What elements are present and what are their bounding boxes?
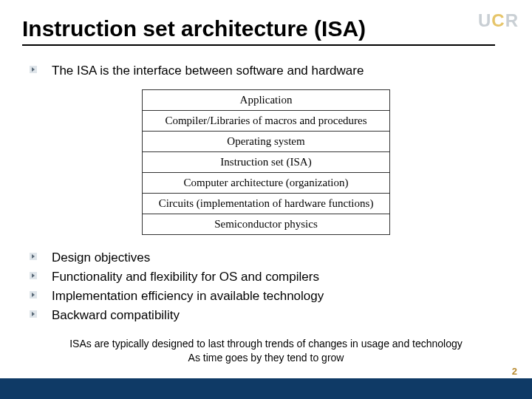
bullet-text: Backward compatibility [52, 307, 180, 324]
stack-layer: Computer architecture (organization) [142, 173, 390, 194]
intro-bullet-text: The ISA is the interface between softwar… [52, 63, 364, 79]
table-row: Circuits (implementation of hardware fun… [142, 194, 390, 214]
stack-layer: Operating system [142, 132, 390, 152]
layer-stack-table: Application Compiler/Libraries of macros… [142, 89, 391, 235]
footnote-line: ISAs are typically designed to last thro… [30, 337, 502, 351]
logo-letter-r: R [505, 10, 519, 30]
stack-layer: Circuits (implementation of hardware fun… [142, 194, 390, 214]
footnote-line: As time goes by they tend to grow [30, 351, 502, 365]
bullet-row: Backward compatibility [30, 307, 502, 324]
stack-layer: Compiler/Libraries of macros and procedu… [142, 111, 390, 132]
chevron-right-icon [30, 272, 38, 281]
bullet-row: Implementation efficiency in available t… [30, 288, 502, 304]
intro-bullet-row: The ISA is the interface between softwar… [30, 63, 502, 79]
bullet-text: Implementation efficiency in available t… [52, 288, 324, 304]
bullet-row: Design objectives [30, 250, 502, 266]
page-number: 2 [512, 366, 517, 377]
stack-layer: Instruction set (ISA) [142, 152, 390, 173]
stack-layer: Semiconductor physics [142, 214, 390, 235]
chevron-right-icon [30, 253, 38, 262]
lower-bullets: Design objectives Functionality and flex… [30, 250, 502, 324]
bullet-text: Design objectives [52, 250, 150, 266]
table-row: Application [142, 90, 390, 111]
slide-content: The ISA is the interface between softwar… [30, 63, 502, 365]
table-row: Instruction set (ISA) [142, 152, 390, 173]
chevron-right-icon [30, 291, 38, 300]
stack-layer: Application [142, 90, 390, 111]
table-row: Compiler/Libraries of macros and procedu… [142, 111, 390, 132]
footer-bar [0, 378, 532, 399]
bullet-row: Functionality and flexibility for OS and… [30, 269, 502, 285]
table-row: Operating system [142, 132, 390, 152]
bullet-text: Functionality and flexibility for OS and… [52, 269, 319, 285]
chevron-right-icon [30, 310, 38, 319]
footnote: ISAs are typically designed to last thro… [30, 337, 502, 365]
table-row: Computer architecture (organization) [142, 173, 390, 194]
table-row: Semiconductor physics [142, 214, 390, 235]
chevron-right-icon [30, 66, 38, 75]
slide-title: Instruction set architecture (ISA) [22, 16, 495, 46]
